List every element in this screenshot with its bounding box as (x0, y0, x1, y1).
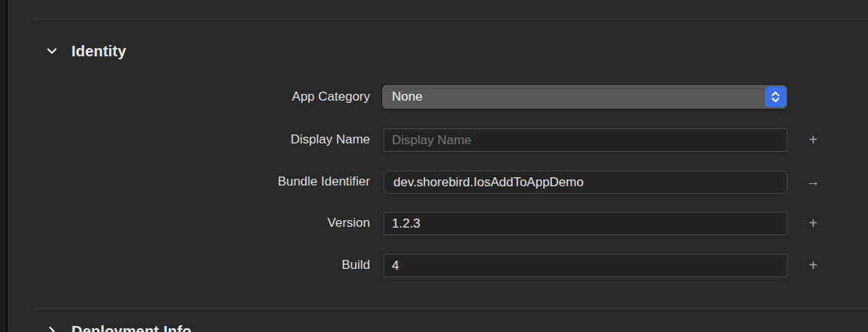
bundle-identifier-label: Bundle Identifier (0, 170, 370, 194)
version-label: Version (0, 211, 370, 235)
app-category-label: App Category (0, 85, 370, 109)
add-icon[interactable]: + (802, 128, 824, 152)
add-icon[interactable]: + (802, 211, 824, 235)
display-name-label: Display Name (0, 128, 370, 152)
app-category-value: None (382, 89, 765, 104)
chevron-down-icon[interactable] (45, 44, 59, 58)
deployment-info-section-header: Deployment Info (45, 321, 192, 332)
build-row: Build + (0, 253, 868, 277)
section-bottom-divider (35, 308, 868, 309)
next-section-title: Deployment Info (71, 323, 192, 332)
version-row: Version + (0, 211, 868, 235)
bundle-identifier-row: Bundle Identifier → (0, 170, 868, 194)
popup-stepper-icon (765, 86, 786, 107)
section-title: Identity (71, 43, 126, 60)
version-input[interactable] (384, 212, 788, 235)
build-input[interactable] (384, 254, 788, 277)
section-top-divider (35, 19, 868, 20)
app-category-popup[interactable]: None (382, 85, 788, 109)
identity-section-header: Identity (45, 41, 126, 62)
build-label: Build (0, 253, 370, 277)
add-icon[interactable]: + (802, 253, 824, 277)
arrow-right-icon[interactable]: → (802, 170, 824, 194)
display-name-input[interactable] (384, 128, 788, 152)
chevron-right-icon[interactable] (45, 324, 59, 332)
bundle-identifier-input[interactable] (384, 171, 788, 194)
pane-left-edge (0, 0, 8, 332)
app-category-row: App Category None (0, 85, 868, 109)
display-name-row: Display Name + (0, 128, 868, 152)
